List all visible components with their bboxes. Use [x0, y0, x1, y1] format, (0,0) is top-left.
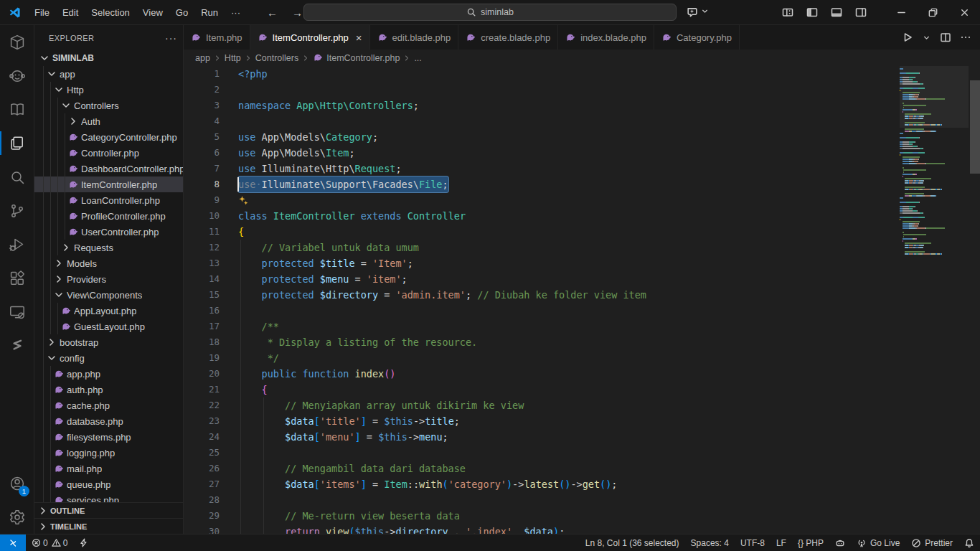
- sidebar-left-icon[interactable]: [806, 6, 818, 18]
- forward-icon[interactable]: →: [292, 6, 303, 19]
- code-line-2[interactable]: 2: [184, 82, 980, 98]
- layout-icon[interactable]: [782, 6, 793, 18]
- status-prettier[interactable]: Prettier: [905, 534, 958, 551]
- activity-extensions[interactable]: [0, 261, 34, 295]
- tree-folder-app[interactable]: app: [34, 66, 183, 82]
- tree-file-mail-php[interactable]: mail.php: [34, 461, 183, 476]
- activity-s-extension[interactable]: [0, 329, 34, 362]
- tree-file-controller-php[interactable]: Controller.php: [34, 145, 183, 161]
- code-line-15[interactable]: 15 protected $directory = 'admin.item'; …: [184, 287, 980, 303]
- code-line-21[interactable]: 21 {: [184, 382, 980, 397]
- code-line-27[interactable]: 27 $data['items'] = Item::with('category…: [184, 476, 980, 492]
- status-language-mode[interactable]: {} PHP: [792, 534, 829, 551]
- code-line-24[interactable]: 24 $data['menu'] = $this->menu;: [184, 429, 980, 445]
- close-icon[interactable]: ×: [356, 32, 362, 43]
- code-line-22[interactable]: 22 // Menyiapkan array untuk dikirim ke …: [184, 397, 980, 413]
- activity-explorer[interactable]: [0, 126, 34, 160]
- breadcrumb-item[interactable]: ItemController.php: [313, 52, 400, 63]
- run-file[interactable]: [902, 32, 913, 43]
- panel-icon[interactable]: [831, 6, 842, 18]
- editor-scrollbar[interactable]: [970, 66, 980, 534]
- tree-folder-controllers[interactable]: Controllers: [34, 98, 183, 113]
- tab-category-php[interactable]: Category.php: [654, 25, 740, 50]
- status-remote[interactable]: [0, 534, 26, 551]
- menu-overflow[interactable]: ···: [225, 0, 247, 24]
- scrollbar-thumb[interactable]: [970, 80, 980, 174]
- breadcrumb-item[interactable]: Http: [225, 53, 241, 63]
- code-line-10[interactable]: 10class ItemController extends Controlle…: [184, 208, 980, 224]
- code-line-25[interactable]: 25: [184, 445, 980, 461]
- tree-folder-models[interactable]: Models: [34, 255, 183, 271]
- code-line-4[interactable]: 4: [184, 113, 980, 129]
- code-editor[interactable]: 1<?php23namespace App\Http\Controllers;4…: [184, 66, 980, 534]
- close-button[interactable]: [948, 0, 980, 24]
- activity-source-control[interactable]: [0, 194, 34, 227]
- minimize-button[interactable]: [885, 0, 917, 24]
- menu-file[interactable]: File: [28, 0, 56, 24]
- code-line-3[interactable]: 3namespace App\Http\Controllers;: [184, 98, 980, 113]
- code-line-18[interactable]: 18 * Display a listing of the resource.: [184, 334, 980, 350]
- tree-folder-providers[interactable]: Providers: [34, 271, 183, 287]
- activity-containers[interactable]: [0, 25, 34, 59]
- tree-folder-config[interactable]: config: [34, 350, 183, 366]
- code-line-11[interactable]: 11{: [184, 224, 980, 240]
- menu-view[interactable]: View: [136, 0, 169, 24]
- code-line-23[interactable]: 23 $data['title'] = $this->title;: [184, 413, 980, 429]
- tree-file-guestlayout-php[interactable]: GuestLayout.php: [34, 319, 183, 334]
- tree-folder-http[interactable]: Http: [34, 82, 183, 98]
- code-line-16[interactable]: 16: [184, 303, 980, 319]
- tree-folder-bootstrap[interactable]: bootstrap: [34, 334, 183, 350]
- command-center-search[interactable]: siminlab: [303, 4, 677, 21]
- tree-file-app-php[interactable]: app.php: [34, 366, 183, 382]
- breadcrumb-item[interactable]: app: [195, 53, 210, 63]
- activity-monkey-extension[interactable]: [0, 59, 34, 93]
- code-line-13[interactable]: 13 protected $title = 'Item';: [184, 255, 980, 271]
- tree-file-loancontroller-php[interactable]: LoanController.php: [34, 192, 183, 208]
- status-encoding[interactable]: UTF-8: [735, 534, 771, 551]
- tree-file-profilecontroller-php[interactable]: ProfileController.php: [34, 208, 183, 224]
- code-line-9[interactable]: 9: [184, 192, 980, 208]
- tab-create-blade-php[interactable]: create.blade.php: [458, 25, 558, 50]
- code-line-8[interactable]: 8use·Illuminate\Support\Facades\File;: [184, 176, 980, 192]
- tab-item-php[interactable]: Item.php: [184, 25, 250, 50]
- code-line-1[interactable]: 1<?php: [184, 66, 980, 82]
- tree-file-categorycontroller-php[interactable]: CategoryController.php: [34, 129, 183, 145]
- status-eol[interactable]: LF: [771, 534, 792, 551]
- explorer-more-actions[interactable]: ···: [165, 32, 177, 44]
- tree-folder-auth[interactable]: Auth: [34, 113, 183, 129]
- activity-docs[interactable]: [0, 93, 34, 126]
- tree-file-itemcontroller-php[interactable]: ItemController.php: [34, 176, 183, 192]
- minimap[interactable]: [900, 68, 969, 258]
- activity-search[interactable]: [0, 160, 34, 194]
- back-icon[interactable]: ←: [267, 6, 278, 19]
- activity-remote-explorer[interactable]: [0, 295, 34, 329]
- code-line-6[interactable]: 6use App\Models\Item;: [184, 145, 980, 161]
- code-line-12[interactable]: 12 // Variabel untuk data umum: [184, 240, 980, 255]
- tree-file-applayout-php[interactable]: AppLayout.php: [34, 303, 183, 319]
- tree-file-auth-php[interactable]: auth.php: [34, 382, 183, 397]
- tree-file-database-php[interactable]: database.php: [34, 413, 183, 429]
- tree-file-logging-php[interactable]: logging.php: [34, 445, 183, 461]
- tab-edit-blade-php[interactable]: edit.blade.php: [370, 25, 459, 50]
- code-line-26[interactable]: 26 // Mengambil data dari database: [184, 461, 980, 476]
- activity-accounts[interactable]: 1: [0, 466, 34, 500]
- status-copilot[interactable]: [829, 534, 851, 551]
- tree-folder-requests[interactable]: Requests: [34, 240, 183, 255]
- activity-settings[interactable]: [0, 500, 34, 534]
- restore-button[interactable]: [917, 0, 948, 24]
- more-actions[interactable]: [960, 32, 971, 43]
- menu-run[interactable]: Run: [194, 0, 225, 24]
- code-line-5[interactable]: 5use App\Models\Category;: [184, 129, 980, 145]
- copilot-chat-button[interactable]: [686, 5, 710, 17]
- tree-file-services-php[interactable]: services.php: [34, 492, 183, 502]
- menu-edit[interactable]: Edit: [56, 0, 85, 24]
- tree-file-cache-php[interactable]: cache.php: [34, 397, 183, 413]
- copilot-sparkle-icon[interactable]: [238, 195, 249, 206]
- activity-run-debug[interactable]: [0, 227, 34, 261]
- tree-folder-siminlab[interactable]: SIMINLAB: [34, 50, 183, 66]
- code-line-7[interactable]: 7use Illuminate\Http\Request;: [184, 161, 980, 176]
- status-go-live[interactable]: Go Live: [851, 534, 905, 551]
- tree-file-dashboardcontroller-php[interactable]: DashboardController.php: [34, 161, 183, 176]
- tree-file-queue-php[interactable]: queue.php: [34, 476, 183, 492]
- tree-file-filesystems-php[interactable]: filesystems.php: [34, 429, 183, 445]
